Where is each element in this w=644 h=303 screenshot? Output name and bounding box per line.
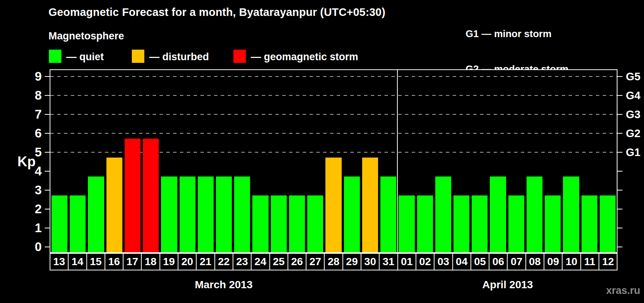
kp-bar-04 — [453, 195, 469, 252]
right-tick-kp6 — [617, 133, 622, 134]
y-tick-label-5: 5 — [13, 145, 42, 160]
y-tick-label-6: 6 — [13, 126, 42, 141]
left-tick-kp6 — [45, 133, 50, 134]
kp-bar-24 — [252, 195, 268, 252]
kp-bar-14 — [70, 195, 86, 252]
kp-bar-21 — [198, 176, 214, 252]
kp-bar-26 — [289, 195, 305, 252]
date-cell-09: 09 — [544, 253, 563, 270]
month-label-march: March 2013 — [50, 279, 398, 291]
right-tick-kp9 — [617, 76, 622, 77]
kp-bar-09 — [545, 195, 561, 252]
left-tick-kp9 — [45, 76, 50, 77]
date-cell-14: 14 — [68, 253, 87, 270]
right-tick-kp5 — [617, 152, 622, 153]
date-cell-24: 24 — [251, 253, 270, 270]
y-tick-label-8: 8 — [13, 88, 42, 103]
kp-bar-02 — [417, 195, 433, 252]
kp-bar-23 — [234, 176, 250, 252]
y-tick-label-2: 2 — [13, 201, 42, 217]
date-cell-10: 10 — [562, 253, 581, 270]
x-axis-date-row: 1314151617181920212223242526272829303101… — [50, 253, 617, 270]
kp-bar-07 — [508, 195, 524, 252]
kp-bar-16 — [106, 158, 122, 252]
geomagnetic-forecast-chart: Geomagnetic Forecast for a month, Byatar… — [0, 0, 644, 303]
right-tick-kp2 — [617, 209, 622, 209]
date-cell-07: 07 — [507, 253, 526, 270]
date-cell-19: 19 — [159, 253, 178, 270]
gridline-kp7 — [50, 114, 617, 115]
storm-scale-g1: G1 — minor storm — [466, 28, 569, 40]
kp-bar-01 — [399, 195, 414, 252]
left-tick-kp3 — [45, 190, 50, 191]
gridline-kp8 — [50, 95, 617, 96]
month-separator-line — [397, 70, 398, 252]
magnetosphere-label: Magnetosphere — [48, 30, 124, 42]
date-cell-27: 27 — [306, 253, 325, 270]
kp-bar-12 — [600, 195, 616, 252]
kp-bar-27 — [307, 195, 323, 252]
date-cell-16: 16 — [105, 253, 123, 270]
kp-bar-03 — [435, 176, 451, 252]
right-tick-kp0 — [617, 247, 622, 247]
kp-bar-13 — [52, 195, 67, 252]
kp-bar-18 — [143, 139, 159, 252]
date-cell-12: 12 — [599, 253, 617, 270]
date-cell-20: 20 — [178, 253, 197, 270]
right-axis-label-g1: G1 — [626, 145, 641, 160]
left-tick-kp0 — [45, 247, 50, 247]
date-cell-08: 08 — [525, 253, 544, 270]
gridline-kp6 — [50, 133, 617, 134]
y-tick-label-7: 7 — [13, 107, 42, 122]
disturbed-swatch-icon — [132, 50, 144, 63]
left-tick-kp4 — [45, 171, 50, 172]
y-tick-label-0: 0 — [13, 239, 42, 255]
kp-bar-28 — [325, 158, 341, 252]
right-tick-kp1 — [617, 228, 622, 228]
date-cell-04: 04 — [452, 253, 471, 270]
date-cell-06: 06 — [489, 253, 508, 270]
quiet-legend-label: — quiet — [66, 51, 104, 63]
kp-bar-17 — [125, 139, 141, 252]
right-tick-kp4 — [617, 171, 622, 172]
date-cell-05: 05 — [470, 253, 489, 270]
quiet-swatch-icon — [49, 50, 61, 63]
date-cell-18: 18 — [141, 253, 160, 270]
kp-bar-30 — [362, 158, 378, 252]
right-axis-label-g2: G2 — [626, 126, 641, 141]
kp-bar-31 — [380, 176, 396, 252]
left-tick-kp8 — [45, 95, 50, 96]
plot-area — [50, 69, 617, 253]
date-cell-03: 03 — [434, 253, 453, 270]
right-tick-kp8 — [617, 95, 622, 96]
page-title: Geomagnetic Forecast for a month, Byatar… — [48, 6, 385, 19]
watermark: xras.ru — [583, 285, 640, 297]
storm-legend-label: — geomagnetic storm — [251, 51, 358, 63]
kp-bar-11 — [581, 195, 597, 252]
kp-bar-22 — [216, 176, 232, 252]
kp-bar-20 — [180, 176, 195, 252]
kp-bar-29 — [344, 176, 360, 252]
kp-bar-08 — [527, 176, 542, 252]
kp-bar-15 — [88, 176, 104, 252]
kp-bar-05 — [472, 195, 488, 252]
y-tick-label-4: 4 — [13, 164, 42, 179]
date-cell-17: 17 — [123, 253, 142, 270]
y-tick-label-1: 1 — [13, 220, 42, 236]
date-cell-02: 02 — [416, 253, 435, 270]
date-cell-30: 30 — [361, 253, 380, 270]
date-cell-28: 28 — [324, 253, 343, 270]
date-cell-11: 11 — [580, 253, 599, 270]
date-cell-29: 29 — [342, 253, 361, 270]
right-axis-label-g4: G4 — [626, 88, 641, 103]
kp-bar-25 — [271, 195, 287, 252]
y-tick-label-3: 3 — [13, 183, 42, 198]
gridline-kp9 — [50, 76, 617, 77]
date-cell-31: 31 — [379, 253, 398, 270]
date-cell-23: 23 — [233, 253, 252, 270]
kp-bar-06 — [490, 176, 506, 252]
kp-bar-19 — [161, 176, 177, 252]
left-tick-kp2 — [45, 209, 50, 209]
left-tick-kp7 — [45, 114, 50, 115]
date-cell-22: 22 — [214, 253, 233, 270]
